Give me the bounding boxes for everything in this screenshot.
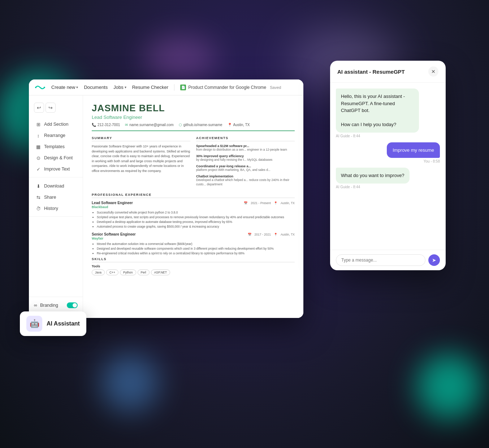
msg-ai-1-meta: AI Guide - 8:44 [336,134,419,138]
msg-ai-2-meta: AI Guide - 8:44 [336,185,410,189]
chat-send-button[interactable]: ➤ [428,254,440,266]
sidebar: ↩ ↪ ⊞ Add Section ↕ Rearrange ▦ Template… [29,95,83,318]
chat-close-button[interactable]: ✕ [428,66,438,77]
chat-header: AI assistant - ResumeGPT ✕ [330,61,446,83]
redo-button[interactable]: ↪ [46,103,56,113]
sidebar-item-templates[interactable]: ▦ Templates [30,141,81,152]
location-icon-1: 📍 [274,201,278,205]
job-1-date: 2021 - Present [251,201,271,205]
summary-text: Passionate Software Engineer with 10+ ye… [92,144,190,173]
resume-contact: 📞 212-312-7001 ✉ name.surname@gmail.com … [92,123,295,131]
create-new-nav[interactable]: Create new ▾ [51,85,78,90]
navbar: Create new ▾ Documents Jobs ▾ Resume Che… [29,79,303,95]
sidebar-item-improve-text[interactable]: ✓ Improve Text [30,164,81,175]
robot-emoji: 🤖 [30,319,39,328]
sidebar-item-design-font[interactable]: ⊙ Design & Font [30,152,81,163]
msg-bubble-ai-2: What do you want to improve? [336,168,410,184]
download-label: Download [44,184,64,189]
location-icon: 📍 [228,123,232,127]
skill-python: Python [120,270,136,275]
branding-row: ∞ Branding [29,300,83,311]
achievements-heading: ACHIEVEMENTS [196,136,295,141]
jobs-label: Jobs [113,85,123,90]
rearrange-icon: ↕ [35,133,41,138]
branding-toggle[interactable] [67,302,78,308]
contact-email: ✉ name.surname@gmail.com [125,123,173,127]
job-1-bullet-1: Successfully converted whole project fro… [97,210,295,215]
undo-button[interactable]: ↩ [34,103,44,113]
skill-perl: Perl [138,270,150,275]
achievement-2-title: 30% improved query efficiency [196,154,295,158]
achievement-3-text: platform project With marketing, BA, QA,… [196,168,295,172]
branding-label: Branding [40,303,58,308]
branding-icon: ∞ [34,303,37,308]
job-2-title: Senior Software Engineer [92,232,136,236]
chat-input[interactable] [336,254,425,266]
sidebar-item-download[interactable]: ⬇ Download [30,181,81,191]
ai-assistant-card[interactable]: 🤖 AI Assistant [20,311,86,336]
resume-content: JASMINE BELL Lead Software Engineer 📞 21… [83,95,303,318]
skills-tools-label: Tools [92,264,295,268]
email-value: name.surname@gmail.com [129,123,173,127]
history-label: History [44,206,58,211]
svg-point-1 [44,87,45,88]
jobs-nav[interactable]: Jobs ▾ [113,85,126,90]
job-2-company: Wayfair [92,237,295,240]
job-1-title: Lead Software Engineer [92,201,133,205]
chat-title: AI assistant - ResumeGPT [337,69,405,75]
job-1: Lead Software Engineer 📅 2021 - Present … [92,201,295,229]
editor-body: ↩ ↪ ⊞ Add Section ↕ Rearrange ▦ Template… [29,95,303,318]
sidebar-bottom-section: ⬇ Download ⇆ Share ⏱ History [29,178,83,217]
job-1-bullets: Successfully converted whole project fro… [92,210,295,229]
msg-ai-1: Hello, this is your AI assistant - Resum… [336,89,419,138]
documents-nav[interactable]: Documents [84,85,108,90]
close-icon: ✕ [431,69,436,74]
job-2-title-row: Senior Software Engineer 📅 2017 - 2021 📍… [92,232,295,236]
file-name: Product Commander for Google Chrome [188,85,266,90]
contact-phone: 📞 212-312-7001 [92,123,120,127]
email-icon: ✉ [125,123,128,127]
download-icon: ⬇ [35,183,41,189]
blob-blue-bottom [101,354,159,412]
sidebar-item-share[interactable]: ⇆ Share [30,192,81,203]
rearrange-label: Rearrange [44,133,65,138]
undo-redo-group: ↩ ↪ [29,100,83,116]
achievement-1-text: from design to distribution as a sen... … [196,148,295,152]
job-2-bullet-2: Designed and developed reusable software… [97,246,295,251]
achievement-3-title: Coordinated a year-long release a... [196,164,295,168]
branding-left: ∞ Branding [34,303,58,308]
job-1-bullet-4: Automated process to create usage graphs… [97,224,295,229]
logo-icon [35,84,46,91]
job-1-company: Blackbaud [92,205,295,209]
blob-teal-right [417,354,482,419]
resume-name: JASMINE BELL [92,103,295,114]
resume-right-col: ACHIEVEMENTS Spearheaded a $12M software… [196,136,295,189]
summary-heading: SUMMARY [92,136,190,141]
location-value: Austin, TX [233,123,250,127]
contact-location: 📍 Austin, TX [228,123,250,127]
ai-robot-icon: 🤖 [26,316,42,332]
experience-heading: PROFESSIONAL EXPERIENCE [92,193,295,198]
sidebar-item-rearrange[interactable]: ↕ Rearrange [30,130,81,141]
phone-value: 212-312-7001 [98,123,120,127]
achievement-1: Spearheaded a $12M software pr... from d… [196,144,295,152]
share-label: Share [44,195,56,200]
job-1-bullet-2: Scripted unique test plans, test scripts… [97,215,295,220]
improve-text-icon: ✓ [35,166,41,172]
skill-java: Java [92,270,105,275]
msg-user-1: Improve my resume You - 8:58 [387,142,440,164]
create-new-label: Create new [51,85,75,90]
design-font-label: Design & Font [44,155,73,160]
calendar-icon-2: 📅 [248,233,252,236]
sidebar-item-add-section[interactable]: ⊞ Add Section [30,119,81,130]
msg-bubble-ai-1: Hello, this is your AI assistant - Resum… [336,89,419,133]
job-2-location: Austin, TX [281,233,295,236]
job-1-bullet-3: Developed a desktop application to autom… [97,220,295,224]
chat-messages: Hello, this is your AI assistant - Resum… [330,83,446,250]
resume-checker-nav[interactable]: Resume Checker [132,85,168,90]
jobs-chevron: ▾ [125,85,126,89]
job-2-bullets: Moved the automation solution into a com… [92,242,295,255]
sidebar-item-history[interactable]: ⏱ History [30,203,81,214]
job-1-location: Austin, TX [281,201,295,205]
history-icon: ⏱ [35,206,41,211]
